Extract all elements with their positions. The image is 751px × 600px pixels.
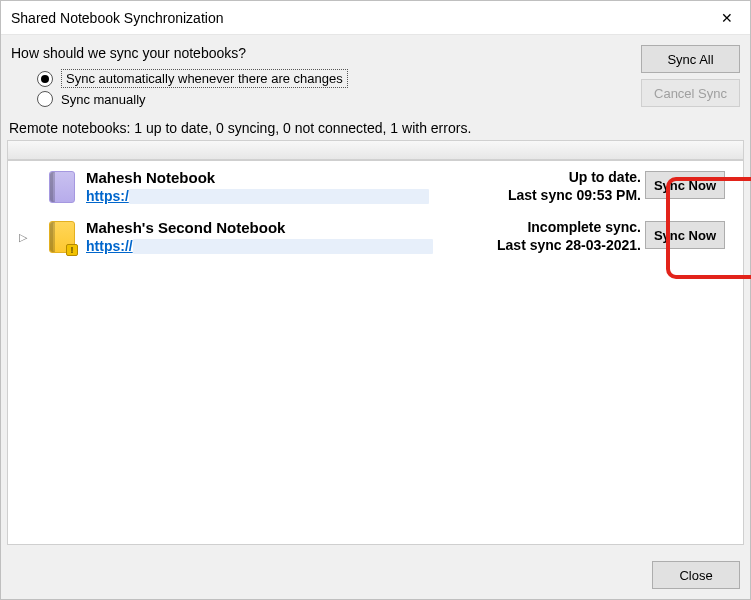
notebook-icon: ! <box>42 219 82 253</box>
radio-manual-label: Sync manually <box>61 92 146 107</box>
notebook-name: Mahesh Notebook <box>86 169 477 186</box>
prompt-text: How should we sync your notebooks? <box>11 45 740 61</box>
radio-sync-manual[interactable]: Sync manually <box>37 91 740 107</box>
sync-now-cell: Sync Now <box>645 169 737 199</box>
notebook-main: Mahesh Notebookhttps:/ <box>86 169 477 204</box>
radio-auto-label: Sync automatically whenever there are ch… <box>61 69 348 88</box>
notebook-row[interactable]: ▷!Mahesh's Second Notebookhttps://Incomp… <box>8 215 743 265</box>
options-region: How should we sync your notebooks? Sync … <box>1 35 750 114</box>
notebook-status: Up to date.Last sync 09:53 PM. <box>481 169 641 203</box>
notebook-list: Mahesh Notebookhttps:/Up to date.Last sy… <box>7 160 744 545</box>
notebook-icon <box>42 169 82 203</box>
sync-now-cell: Sync Now <box>645 219 737 249</box>
sync-now-button[interactable]: Sync Now <box>645 171 725 199</box>
dialog-window: Shared Notebook Synchronization ✕ How sh… <box>0 0 751 600</box>
last-sync-text: Last sync 09:53 PM. <box>481 187 641 203</box>
notebook-url-link[interactable]: https:/ <box>86 188 129 204</box>
titlebar: Shared Notebook Synchronization ✕ <box>1 1 750 35</box>
notebook-row[interactable]: Mahesh Notebookhttps:/Up to date.Last sy… <box>8 165 743 215</box>
remote-status-text: Remote notebooks: 1 up to date, 0 syncin… <box>9 120 750 136</box>
notebook-status: Incomplete sync.Last sync 28-03-2021. <box>481 219 641 253</box>
radio-icon <box>37 91 53 107</box>
status-text: Incomplete sync. <box>481 219 641 235</box>
last-sync-text: Last sync 28-03-2021. <box>481 237 641 253</box>
side-buttons: Sync All Cancel Sync <box>641 45 740 107</box>
window-title: Shared Notebook Synchronization <box>11 10 704 26</box>
notebook-url-link[interactable]: https:// <box>86 238 133 254</box>
dialog-footer: Close <box>1 551 750 599</box>
sync-all-button[interactable]: Sync All <box>641 45 740 73</box>
radio-sync-auto[interactable]: Sync automatically whenever there are ch… <box>37 69 740 88</box>
expand-icon[interactable]: ▷ <box>8 219 38 255</box>
radio-icon <box>37 71 53 87</box>
close-button[interactable]: Close <box>652 561 740 589</box>
sync-now-button[interactable]: Sync Now <box>645 221 725 249</box>
redacted-region <box>129 189 429 204</box>
notebook-name: Mahesh's Second Notebook <box>86 219 477 236</box>
close-icon[interactable]: ✕ <box>704 1 750 35</box>
status-text: Up to date. <box>481 169 641 185</box>
redacted-region <box>133 239 433 254</box>
notebook-main: Mahesh's Second Notebookhttps:// <box>86 219 477 254</box>
cancel-sync-button: Cancel Sync <box>641 79 740 107</box>
list-header-bar[interactable] <box>7 140 744 160</box>
warning-badge-icon: ! <box>66 244 78 256</box>
expand-icon <box>8 169 38 205</box>
